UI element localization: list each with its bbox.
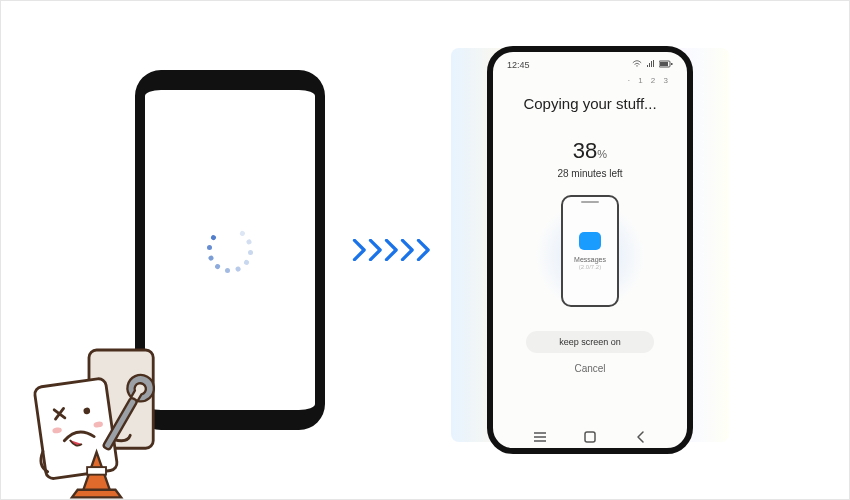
- status-bar: 12:45: [503, 58, 677, 70]
- nav-bar: [503, 422, 677, 448]
- svg-rect-2: [671, 63, 673, 65]
- broken-file-mascot-icon: [11, 333, 201, 500]
- status-time: 12:45: [507, 60, 530, 70]
- nav-back-button[interactable]: [633, 430, 647, 444]
- time-remaining: 28 minutes left: [503, 168, 677, 179]
- svg-rect-6: [585, 432, 595, 442]
- battery-icon: [659, 60, 673, 70]
- nav-recent-button[interactable]: [533, 430, 547, 444]
- current-item-label: Messages: [574, 256, 606, 263]
- progress-percent: 38%: [503, 138, 677, 164]
- messages-icon: [579, 232, 601, 250]
- transfer-arrows-icon: [355, 239, 435, 261]
- percent-suffix: %: [597, 148, 607, 160]
- loading-spinner-icon: [208, 228, 252, 272]
- destination-phone: 12:45 · 1 2 3 Copying your stuff... 38%: [487, 46, 693, 454]
- mini-phone-illustration: Messages (2.0/7.2): [561, 195, 619, 307]
- cancel-link[interactable]: Cancel: [503, 363, 677, 374]
- wifi-icon: [632, 60, 642, 70]
- percent-value: 38: [573, 138, 597, 163]
- svg-rect-11: [87, 467, 106, 475]
- current-item-sublabel: (2.0/7.2): [574, 264, 606, 271]
- keep-screen-on-button[interactable]: keep screen on: [526, 331, 654, 353]
- page-title: Copying your stuff...: [503, 95, 677, 112]
- nav-home-button[interactable]: [583, 430, 597, 444]
- signal-icon: [646, 60, 655, 70]
- svg-rect-1: [660, 62, 668, 66]
- step-indicator: · 1 2 3: [503, 70, 677, 85]
